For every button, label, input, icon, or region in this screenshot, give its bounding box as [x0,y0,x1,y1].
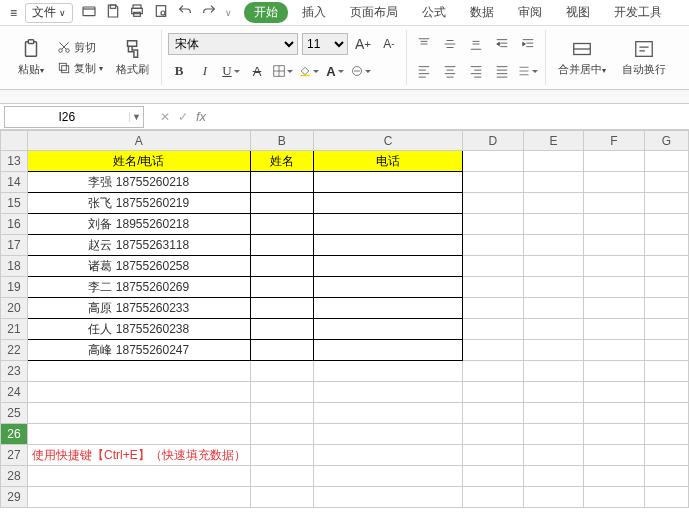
cell-F13[interactable] [584,151,644,172]
merge-center-button[interactable]: 合并居中▾ [552,30,612,85]
print-icon[interactable] [129,3,145,22]
tab-insert[interactable]: 插入 [292,2,336,23]
cell-B18[interactable] [250,256,313,277]
bold-button[interactable]: B [168,60,190,82]
cell-D17[interactable] [462,235,523,256]
cell-B26[interactable] [250,424,313,445]
increase-font-button[interactable]: A+ [352,33,374,55]
qat-more-icon[interactable]: ∨ [225,8,232,18]
cell-E21[interactable] [523,319,584,340]
font-size-select[interactable]: 11 [302,33,348,55]
cell-G20[interactable] [644,298,688,319]
formula-input[interactable] [214,109,677,124]
cell-F24[interactable] [584,382,644,403]
cell-G24[interactable] [644,382,688,403]
decrease-font-button[interactable]: A- [378,33,400,55]
save-icon[interactable] [105,3,121,22]
col-header-E[interactable]: E [523,131,584,151]
redo-icon[interactable] [201,3,217,22]
row-header-29[interactable]: 29 [1,487,28,508]
cell-D26[interactable] [462,424,523,445]
tab-view[interactable]: 视图 [556,2,600,23]
cell-E22[interactable] [523,340,584,361]
cell-F17[interactable] [584,235,644,256]
cell-B14[interactable] [250,172,313,193]
fx-label[interactable]: fx [196,109,206,124]
cell-D23[interactable] [462,361,523,382]
col-header-G[interactable]: G [644,131,688,151]
row-header-18[interactable]: 18 [1,256,28,277]
align-bottom-button[interactable] [465,33,487,55]
tab-review[interactable]: 审阅 [508,2,552,23]
cell-G22[interactable] [644,340,688,361]
cell-A19[interactable]: 李二 18755260269 [27,277,250,298]
cell-D27[interactable] [462,445,523,466]
format-painter-button[interactable]: 格式刷 [110,30,155,85]
menu-icon[interactable]: ≡ [4,3,23,23]
cell-D13[interactable] [462,151,523,172]
cell-C18[interactable] [314,256,463,277]
cell-C24[interactable] [314,382,463,403]
cell-A29[interactable] [27,487,250,508]
select-all-corner[interactable] [1,131,28,151]
cell-E15[interactable] [523,193,584,214]
spreadsheet-grid[interactable]: ABCDEFG13姓名/电话姓名电话14李强 1875526021815张飞 1… [0,130,689,508]
cell-C17[interactable] [314,235,463,256]
col-header-D[interactable]: D [462,131,523,151]
undo-icon[interactable] [177,3,193,22]
copy-button[interactable]: 复制▾ [54,60,106,77]
cell-F15[interactable] [584,193,644,214]
cell-C19[interactable] [314,277,463,298]
cell-D29[interactable] [462,487,523,508]
cell-C13[interactable]: 电话 [314,151,463,172]
cell-A22[interactable]: 高峰 18755260247 [27,340,250,361]
name-box-input[interactable] [5,110,129,124]
cell-B28[interactable] [250,466,313,487]
tab-formula[interactable]: 公式 [412,2,456,23]
cell-A15[interactable]: 张飞 18755260219 [27,193,250,214]
cell-B25[interactable] [250,403,313,424]
row-header-19[interactable]: 19 [1,277,28,298]
decrease-indent-button[interactable] [491,33,513,55]
cell-F20[interactable] [584,298,644,319]
cell-D25[interactable] [462,403,523,424]
border-button[interactable] [272,60,294,82]
cell-G21[interactable] [644,319,688,340]
cell-G15[interactable] [644,193,688,214]
effects-button[interactable] [350,60,372,82]
align-right-button[interactable] [465,60,487,82]
cell-F21[interactable] [584,319,644,340]
cell-B17[interactable] [250,235,313,256]
cell-B15[interactable] [250,193,313,214]
orientation-button[interactable] [517,60,539,82]
cell-A18[interactable]: 诸葛 18755260258 [27,256,250,277]
cell-A26[interactable] [27,424,250,445]
underline-button[interactable]: U [220,60,242,82]
cell-A20[interactable]: 高原 18755260233 [27,298,250,319]
cell-A28[interactable] [27,466,250,487]
cell-D19[interactable] [462,277,523,298]
cell-C29[interactable] [314,487,463,508]
cell-D20[interactable] [462,298,523,319]
cell-F26[interactable] [584,424,644,445]
align-top-button[interactable] [413,33,435,55]
cell-E17[interactable] [523,235,584,256]
row-header-20[interactable]: 20 [1,298,28,319]
cell-E29[interactable] [523,487,584,508]
cell-G26[interactable] [644,424,688,445]
cell-D15[interactable] [462,193,523,214]
cell-F28[interactable] [584,466,644,487]
cell-C14[interactable] [314,172,463,193]
cell-A23[interactable] [27,361,250,382]
wrap-text-button[interactable]: 自动换行 [616,30,672,85]
cell-B27[interactable] [250,445,313,466]
tab-dev[interactable]: 开发工具 [604,2,672,23]
cell-G29[interactable] [644,487,688,508]
italic-button[interactable]: I [194,60,216,82]
align-center-button[interactable] [439,60,461,82]
tab-data[interactable]: 数据 [460,2,504,23]
cell-B22[interactable] [250,340,313,361]
row-header-16[interactable]: 16 [1,214,28,235]
col-header-F[interactable]: F [584,131,644,151]
justify-button[interactable] [491,60,513,82]
